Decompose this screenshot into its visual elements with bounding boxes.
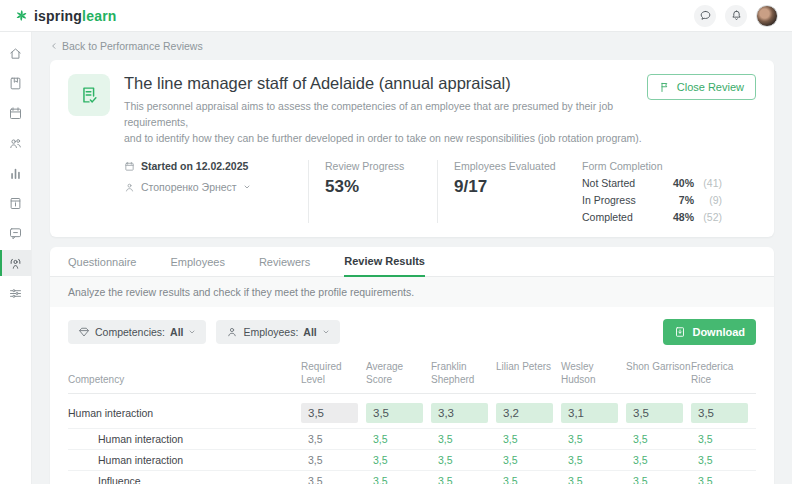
- score-cell: 3,5: [561, 433, 626, 445]
- tab-employees[interactable]: Employees: [171, 256, 225, 276]
- column-header: Wesley Hudson: [561, 360, 626, 386]
- review-progress-label: Review Progress: [325, 160, 421, 172]
- sidebar-item-info-kiosk[interactable]: [0, 190, 31, 216]
- review-progress-value: 53%: [325, 177, 421, 197]
- score-cell: 3,5: [496, 433, 561, 445]
- breadcrumb[interactable]: Back to Performance Reviews: [50, 40, 203, 52]
- score-cell: 3,5: [691, 403, 756, 423]
- breadcrumb-label: Back to Performance Reviews: [62, 40, 203, 52]
- score-cell: 3,5: [431, 475, 496, 484]
- column-header: Franklin Shepherd: [431, 360, 496, 386]
- score-cell: 3,2: [496, 403, 561, 423]
- people-icon: [8, 136, 23, 151]
- sidebar-item-reports[interactable]: [0, 160, 31, 186]
- chevron-down-icon: [322, 328, 330, 336]
- messages-icon: [8, 226, 23, 241]
- table-header: CompetencyRequired LevelAverage ScoreFra…: [68, 351, 756, 394]
- score-cell: 3,5: [366, 403, 431, 423]
- calendar-icon: [124, 161, 135, 172]
- calendar-icon: [8, 106, 23, 121]
- sidebar-item-calendar[interactable]: [0, 100, 31, 126]
- score-cell: 3,5: [301, 475, 366, 484]
- score-cell: 3,5: [301, 454, 366, 466]
- competency-name: Influence: [68, 475, 301, 484]
- competency-name: Human interaction: [68, 433, 301, 445]
- results-hint-text: Analyze the review results and check if …: [50, 277, 774, 307]
- score-cell: 3,5: [691, 454, 756, 466]
- sidebar-item-settings[interactable]: [0, 280, 31, 306]
- competency-sub-row: Human interaction3,53,53,53,53,53,53,5: [68, 429, 756, 450]
- competency-gem-icon: [78, 326, 90, 338]
- tab-questionnaire[interactable]: Questionnaire: [68, 256, 137, 276]
- form-completion-row: Completed 48% (52): [582, 211, 722, 223]
- home-icon: [8, 46, 23, 61]
- score-cell: 3,5: [366, 433, 431, 445]
- score-cell: 3,5: [626, 475, 691, 484]
- score-cell: 3,5: [561, 454, 626, 466]
- sidebar-item-books[interactable]: [0, 70, 31, 96]
- appraisal-checklist-icon: [68, 74, 110, 116]
- score-cell: 3,3: [431, 403, 496, 423]
- competencies-filter[interactable]: Competencies: All: [68, 320, 206, 344]
- info-kiosk-icon: [8, 196, 23, 211]
- logo-text-learn: learn: [82, 8, 116, 24]
- logo-text-ispring: ispring: [34, 8, 82, 24]
- competency-name: Human interaction: [68, 407, 301, 419]
- sidebar-item-home[interactable]: [0, 40, 31, 66]
- person-icon: [226, 326, 238, 338]
- close-review-button[interactable]: Close Review: [647, 74, 756, 100]
- form-completion-row: In Progress 7% (9): [582, 194, 722, 206]
- score-cell: 3,5: [626, 433, 691, 445]
- score-cell: 3,5: [626, 403, 691, 423]
- score-cell: 3,5: [496, 475, 561, 484]
- chevron-down-icon: [243, 183, 251, 191]
- chat-icon[interactable]: [694, 5, 716, 27]
- tab-review-results[interactable]: Review Results: [344, 255, 425, 277]
- books-icon: [8, 76, 23, 91]
- employees-evaluated-value: 9/17: [454, 177, 564, 197]
- review-stats-row: Started on 12.02.2025 Стопоренко Эрнест: [124, 160, 756, 223]
- employees-filter[interactable]: Employees: All: [216, 320, 339, 344]
- tab-bar: Questionnaire Employees Reviewers Review…: [50, 247, 774, 277]
- sidebar-item-performance[interactable]: [0, 250, 31, 276]
- review-description-line1: This personnel appraisal aims to assess …: [124, 99, 647, 131]
- review-description-line2: and to identify how they can be further …: [124, 131, 647, 147]
- logo-burst-icon: [14, 8, 29, 23]
- review-results-card: Questionnaire Employees Reviewers Review…: [50, 247, 774, 484]
- ispring-logo[interactable]: ispringlearn: [14, 8, 117, 24]
- form-completion-label: Form Completion: [582, 160, 722, 172]
- user-avatar[interactable]: [756, 5, 778, 27]
- person-icon: [124, 182, 135, 193]
- score-cell: 3,5: [691, 475, 756, 484]
- divider: [437, 160, 438, 223]
- column-header: Competency: [68, 373, 301, 386]
- sidebar-item-people[interactable]: [0, 130, 31, 156]
- column-header: Frederica Rice: [691, 360, 756, 386]
- reports-icon: [8, 166, 23, 181]
- started-date: Started on 12.02.2025: [124, 160, 292, 172]
- download-file-icon: [674, 326, 686, 338]
- score-cell: 3,5: [301, 433, 366, 445]
- column-header: Required Level: [301, 360, 366, 386]
- score-cell: 3,5: [301, 403, 366, 423]
- score-cell: 3,1: [561, 403, 626, 423]
- employees-evaluated-label: Employees Evaluated: [454, 160, 564, 172]
- score-cell: 3,5: [626, 454, 691, 466]
- download-button[interactable]: Download: [663, 319, 756, 345]
- bell-icon[interactable]: [725, 5, 747, 27]
- competency-sub-row: Influence3,53,53,53,53,53,53,5: [68, 471, 756, 484]
- tab-reviewers[interactable]: Reviewers: [259, 256, 310, 276]
- top-bar: ispringlearn: [0, 0, 792, 32]
- score-cell: 3,5: [431, 433, 496, 445]
- column-header: Shon Garrison: [626, 360, 691, 386]
- competency-name: Human interaction: [68, 454, 301, 466]
- sidebar-item-messages[interactable]: [0, 220, 31, 246]
- score-cell: 3,5: [431, 454, 496, 466]
- column-header: Lilian Peters: [496, 360, 561, 386]
- review-owner[interactable]: Стопоренко Эрнест: [124, 181, 292, 193]
- main-area: Back to Performance Reviews The line man…: [32, 32, 792, 484]
- form-completion: Form Completion Not Started 40% (41) In …: [582, 160, 722, 223]
- results-table: CompetencyRequired LevelAverage ScoreFra…: [50, 349, 774, 484]
- performance-icon: [8, 256, 23, 271]
- score-cell: 3,5: [561, 475, 626, 484]
